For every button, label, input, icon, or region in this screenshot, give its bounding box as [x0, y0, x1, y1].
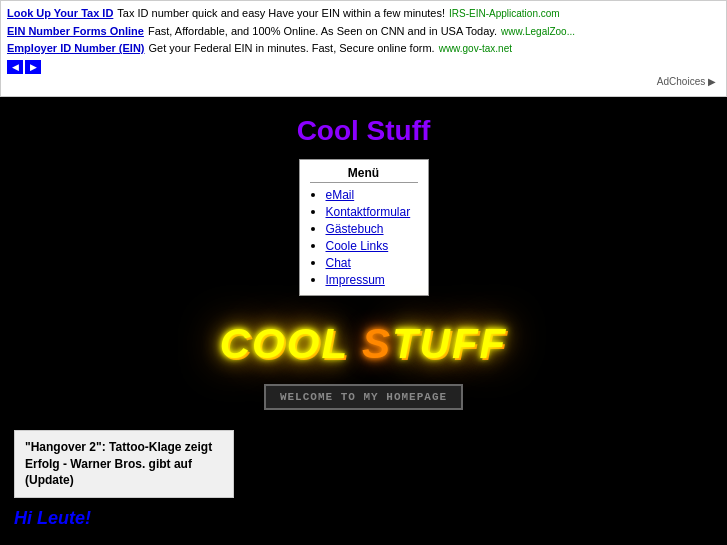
adchoices-label: AdChoices ▶ [7, 74, 720, 92]
menu-header: Menü [310, 166, 418, 183]
ad-banner: Look Up Your Tax ID Tax ID number quick … [0, 0, 727, 97]
news-box: "Hangover 2": Tattoo-Klage zeigt Erfolg … [14, 430, 234, 498]
ad-link-2[interactable]: EIN Number Forms Online [7, 23, 144, 41]
list-item: Coole Links [326, 238, 418, 253]
ad-row-2: EIN Number Forms Online Fast, Affordable… [7, 23, 720, 41]
neon-part1: COOL [220, 320, 362, 367]
neon-part2: S [362, 320, 392, 367]
menu-list: eMail Kontaktformular Gästebuch Coole Li… [310, 187, 418, 287]
ad-prev-button[interactable]: ◀ [7, 60, 23, 74]
list-item: Chat [326, 255, 418, 270]
ad-next-button[interactable]: ▶ [25, 60, 41, 74]
neon-part3: TUFF [392, 320, 507, 367]
ad-desc-1: Tax ID number quick and easy Have your E… [117, 5, 445, 23]
neon-area: COOL STUFF WELCOME TO MY HOMEPAGE [0, 310, 727, 410]
menu-item-gaestebuch[interactable]: Gästebuch [326, 222, 384, 236]
menu-item-email[interactable]: eMail [326, 188, 355, 202]
menu-item-impressum[interactable]: Impressum [326, 273, 385, 287]
ad-desc-2: Fast, Affordable, and 100% Online. As Se… [148, 23, 497, 41]
ad-desc-3: Get your Federal EIN in minutes. Fast, S… [149, 40, 435, 58]
ad-url-3: www.gov-tax.net [439, 41, 512, 57]
menu-item-coole-links[interactable]: Coole Links [326, 239, 389, 253]
ad-row-3: Employer ID Number (EIN) Get your Federa… [7, 40, 720, 58]
list-item: eMail [326, 187, 418, 202]
ad-url-1: IRS-EIN-Application.com [449, 6, 560, 22]
ad-row-1: Look Up Your Tax ID Tax ID number quick … [7, 5, 720, 23]
menu-item-kontakt[interactable]: Kontaktformular [326, 205, 411, 219]
page-title: Cool Stuff [0, 97, 727, 159]
list-item: Impressum [326, 272, 418, 287]
neon-text: COOL STUFF [200, 310, 528, 378]
list-item: Kontaktformular [326, 204, 418, 219]
ad-url-2: www.LegalZoo... [501, 24, 575, 40]
menu-container: Menü eMail Kontaktformular Gästebuch Coo… [0, 159, 727, 296]
news-text: "Hangover 2": Tattoo-Klage zeigt Erfolg … [25, 439, 223, 489]
greeting: Hi Leute! [14, 508, 713, 539]
ad-link-3[interactable]: Employer ID Number (EIN) [7, 40, 145, 58]
list-item: Gästebuch [326, 221, 418, 236]
welcome-banner: WELCOME TO MY HOMEPAGE [264, 384, 463, 410]
ad-link-1[interactable]: Look Up Your Tax ID [7, 5, 113, 23]
menu-item-chat[interactable]: Chat [326, 256, 351, 270]
menu-table: Menü eMail Kontaktformular Gästebuch Coo… [299, 159, 429, 296]
ad-navigation: ◀ ▶ [7, 60, 720, 74]
